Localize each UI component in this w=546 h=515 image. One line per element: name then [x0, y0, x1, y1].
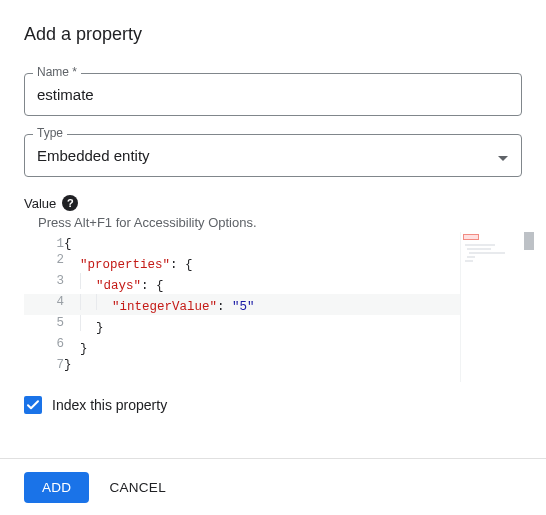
code-content[interactable]: }: [64, 357, 522, 373]
index-property-row: Index this property: [24, 396, 522, 414]
code-content[interactable]: "integerValue": "5": [64, 294, 522, 315]
line-number: 4: [24, 294, 64, 315]
type-field: Type: [24, 134, 522, 177]
add-property-dialog: Add a property Name * Type Value ? Press…: [0, 0, 546, 438]
dialog-footer: ADD CANCEL: [0, 460, 546, 515]
code-line[interactable]: 3"days": {: [24, 273, 522, 294]
code-content[interactable]: }: [64, 336, 522, 357]
index-property-checkbox[interactable]: [24, 396, 42, 414]
code-content[interactable]: }: [64, 315, 522, 336]
value-header: Value ?: [24, 195, 522, 211]
line-number: 5: [24, 315, 64, 336]
line-number: 2: [24, 252, 64, 273]
code-line[interactable]: 6}: [24, 336, 522, 357]
a11y-hint: Press Alt+F1 for Accessibility Options.: [38, 215, 522, 230]
name-field: Name *: [24, 73, 522, 116]
type-select[interactable]: [24, 134, 522, 177]
scrollbar-vertical[interactable]: [524, 232, 534, 382]
code-line[interactable]: 5}: [24, 315, 522, 336]
code-editor[interactable]: 1{2"properties": {3"days": {4"integerVal…: [24, 232, 522, 382]
code-line[interactable]: 2"properties": {: [24, 252, 522, 273]
code-line[interactable]: 1{: [24, 236, 522, 252]
dialog-title: Add a property: [24, 24, 522, 45]
help-icon[interactable]: ?: [62, 195, 78, 211]
name-input[interactable]: [24, 73, 522, 116]
line-number: 6: [24, 336, 64, 357]
line-number: 7: [24, 357, 64, 373]
code-content[interactable]: {: [64, 236, 522, 252]
minimap[interactable]: [460, 232, 522, 382]
line-number: 3: [24, 273, 64, 294]
code-content[interactable]: "days": {: [64, 273, 522, 294]
value-label: Value: [24, 196, 56, 211]
footer-divider: [0, 458, 546, 459]
code-line[interactable]: 4"integerValue": "5": [24, 294, 522, 315]
type-field-label: Type: [33, 126, 67, 140]
add-button[interactable]: ADD: [24, 472, 89, 503]
line-number: 1: [24, 236, 64, 252]
code-content[interactable]: "properties": {: [64, 252, 522, 273]
index-property-label: Index this property: [52, 397, 167, 413]
code-line[interactable]: 7}: [24, 357, 522, 373]
cancel-button[interactable]: CANCEL: [109, 480, 166, 495]
name-field-label: Name *: [33, 65, 81, 79]
